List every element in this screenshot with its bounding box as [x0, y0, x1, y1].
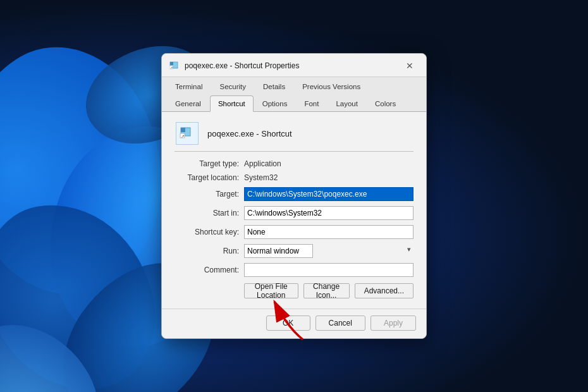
- svg-rect-1: [170, 62, 173, 65]
- target-label: Target:: [175, 190, 244, 199]
- svg-text:↗: ↗: [181, 134, 185, 138]
- run-select[interactable]: Normal window Minimized Maximized: [244, 244, 313, 258]
- target-type-label: Target type:: [175, 159, 244, 168]
- tab-previous-versions[interactable]: Previous Versions: [294, 78, 369, 94]
- target-type-value: Application: [244, 159, 281, 168]
- start-in-row: Start in:: [175, 206, 413, 220]
- tab-colors[interactable]: Colors: [367, 95, 404, 111]
- action-buttons: Open File Location Change Icon... Advanc…: [244, 283, 413, 298]
- title-bar-left: ↗ poqexec.exe - Shortcut Properties: [169, 61, 299, 71]
- comment-input[interactable]: [244, 263, 413, 277]
- target-input[interactable]: [244, 187, 413, 201]
- tab-options[interactable]: Options: [254, 95, 296, 111]
- dialog-content: ↗ poqexec.exe - Shortcut Target type: Ap…: [162, 112, 426, 309]
- shortcut-key-label: Shortcut key:: [175, 228, 244, 236]
- dialog-title: poqexec.exe - Shortcut Properties: [185, 61, 299, 70]
- close-button[interactable]: ✕: [401, 59, 419, 73]
- shortcut-properties-dialog: ↗ poqexec.exe - Shortcut Properties ✕ Te…: [161, 53, 427, 339]
- ok-button[interactable]: OK: [266, 315, 310, 331]
- target-location-value: System32: [244, 173, 278, 182]
- tab-layout[interactable]: Layout: [328, 95, 366, 111]
- tab-shortcut[interactable]: Shortcut: [210, 95, 254, 112]
- target-location-label: Target location:: [175, 173, 244, 182]
- svg-text:↗: ↗: [170, 66, 173, 70]
- tab-general[interactable]: General: [167, 95, 209, 111]
- target-location-row: Target location: System32: [175, 173, 413, 182]
- tab-terminal[interactable]: Terminal: [167, 78, 211, 94]
- shortcut-icon: ↗: [175, 121, 200, 146]
- title-bar: ↗ poqexec.exe - Shortcut Properties ✕: [162, 54, 426, 77]
- dialog-icon: ↗: [169, 61, 180, 71]
- tab-details[interactable]: Details: [255, 78, 293, 94]
- comment-label: Comment:: [175, 266, 244, 274]
- shortcut-title: poqexec.exe - Shortcut: [207, 129, 292, 138]
- change-icon-button[interactable]: Change Icon...: [303, 283, 350, 298]
- shortcut-key-input[interactable]: [244, 225, 413, 239]
- tabs-row1: Terminal Security Details Previous Versi…: [162, 77, 426, 94]
- tab-security[interactable]: Security: [211, 78, 254, 94]
- open-file-location-button[interactable]: Open File Location: [244, 283, 298, 298]
- run-select-wrapper: Normal window Minimized Maximized: [244, 244, 413, 258]
- target-row: Target:: [175, 187, 413, 201]
- target-type-row: Target type: Application: [175, 159, 413, 168]
- shortcut-key-row: Shortcut key:: [175, 225, 413, 239]
- start-in-label: Start in:: [175, 209, 244, 217]
- advanced-button[interactable]: Advanced...: [355, 283, 413, 298]
- bottom-bar: OK Cancel Apply: [162, 309, 426, 338]
- run-label: Run:: [175, 247, 244, 255]
- tabs-row2: General Shortcut Options Font Layout Col…: [162, 94, 426, 112]
- cancel-button[interactable]: Cancel: [315, 315, 365, 331]
- run-row: Run: Normal window Minimized Maximized: [175, 244, 413, 258]
- apply-button[interactable]: Apply: [371, 315, 416, 331]
- start-in-input[interactable]: [244, 206, 413, 220]
- tab-font[interactable]: Font: [296, 95, 327, 111]
- comment-row: Comment:: [175, 263, 413, 277]
- shortcut-header: ↗ poqexec.exe - Shortcut: [175, 121, 413, 152]
- svg-rect-5: [181, 128, 185, 132]
